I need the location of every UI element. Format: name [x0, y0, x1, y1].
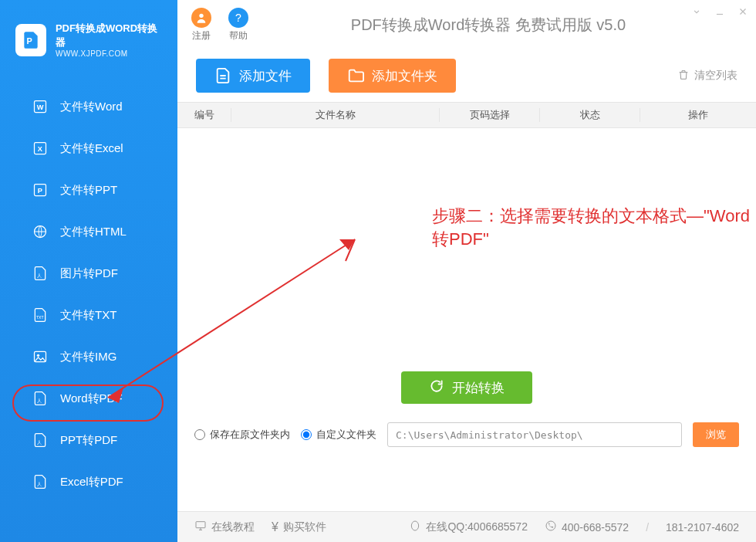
txt-icon: TXT — [32, 307, 48, 323]
col-action: 操作 — [640, 108, 756, 122]
toolbar: 添加文件 添加文件夹 清空列表 — [177, 49, 756, 102]
svg-point-18 — [546, 521, 555, 530]
qq-icon — [409, 520, 421, 534]
logo-subtitle: WWW.XJPDF.COM — [56, 49, 162, 58]
sidebar-item-ppt[interactable]: P文件转PPT — [0, 169, 177, 211]
svg-text:TXT: TXT — [36, 315, 43, 320]
logo: P PDF转换成WORD转换器 WWW.XJPDF.COM — [0, 0, 177, 75]
svg-text:人: 人 — [37, 482, 42, 486]
sidebar-item-html[interactable]: 文件转HTML — [0, 211, 177, 252]
convert-row: 开始转换 — [177, 360, 756, 415]
svg-text:P: P — [38, 187, 42, 195]
phone-contact[interactable]: 400-668-5572 — [545, 520, 629, 534]
svg-text:人: 人 — [37, 440, 42, 445]
browse-button[interactable]: 浏览 — [693, 422, 739, 447]
topbar: 注册 ? 帮助 PDF转换成Word转换器 免费试用版 v5.0 — [177, 0, 756, 49]
col-pages: 页码选择 — [440, 108, 540, 122]
sidebar-item-label: 文件转PPT — [60, 183, 117, 198]
radio-original-folder[interactable]: 保存在原文件夹内 — [194, 428, 290, 442]
app-title: PDF转换成Word转换器 免费试用版 v5.0 — [265, 15, 711, 36]
radio-custom-folder[interactable]: 自定义文件夹 — [301, 428, 376, 442]
separator: / — [646, 521, 649, 534]
word-icon: W — [32, 99, 48, 114]
sidebar: P PDF转换成WORD转换器 WWW.XJPDF.COM W文件转Word X… — [0, 0, 177, 542]
add-file-button[interactable]: 添加文件 — [196, 59, 310, 93]
qq-contact[interactable]: 在线QQ:4006685572 — [409, 520, 528, 534]
save-path-input[interactable] — [387, 422, 682, 447]
close-icon[interactable] — [737, 6, 748, 19]
help-label: 帮助 — [229, 29, 248, 42]
sidebar-item-label: 文件转TXT — [60, 308, 116, 323]
col-filename: 文件名称 — [231, 108, 440, 122]
sidebar-menu: W文件转Word X文件转Excel P文件转PPT 文件转HTML 人图片转P… — [0, 75, 177, 503]
sidebar-item-excel2pdf[interactable]: 人Excel转PDF — [0, 461, 177, 503]
table-body — [177, 128, 756, 360]
sidebar-item-label: PPT转PDF — [60, 433, 117, 448]
col-status: 状态 — [540, 108, 640, 122]
svg-text:人: 人 — [37, 273, 42, 278]
add-folder-label: 添加文件夹 — [372, 67, 437, 85]
sidebar-item-label: 图片转PDF — [60, 266, 118, 281]
sidebar-item-label: 文件转IMG — [60, 350, 116, 364]
help-icon: ? — [228, 8, 248, 28]
pdf-icon: 人 — [32, 391, 48, 406]
help-button[interactable]: ? 帮助 — [228, 8, 248, 42]
buy-link[interactable]: ¥购买软件 — [272, 520, 326, 534]
sidebar-item-label: 文件转Word — [60, 100, 123, 114]
logo-title: PDF转换成WORD转换器 — [56, 22, 162, 49]
window-controls — [691, 6, 748, 19]
sidebar-item-label: 文件转Excel — [60, 141, 123, 156]
sidebar-item-word[interactable]: W文件转Word — [0, 86, 177, 127]
svg-text:人: 人 — [37, 398, 42, 403]
user-icon — [191, 8, 211, 28]
sidebar-item-excel[interactable]: X文件转Excel — [0, 127, 177, 169]
clear-list-button[interactable]: 清空列表 — [677, 69, 737, 83]
register-button[interactable]: 注册 — [191, 8, 211, 42]
table-header: 编号 文件名称 页码选择 状态 操作 — [177, 102, 756, 128]
sidebar-item-img[interactable]: 文件转IMG — [0, 336, 177, 378]
globe-icon — [32, 224, 48, 239]
logo-icon: P — [15, 24, 46, 56]
sidebar-item-label: Word转PDF — [60, 391, 123, 406]
svg-text:X: X — [38, 145, 43, 153]
sidebar-item-label: 文件转HTML — [60, 225, 127, 239]
add-file-label: 添加文件 — [239, 67, 292, 85]
file-icon — [214, 67, 231, 84]
col-index: 编号 — [177, 108, 231, 122]
clear-list-label: 清空列表 — [694, 69, 737, 83]
sidebar-item-label: Excel转PDF — [60, 475, 123, 489]
phone2: 181-2107-4602 — [666, 521, 739, 534]
svg-text:P: P — [27, 36, 32, 46]
pdf-icon: 人 — [32, 266, 48, 281]
footer: 在线教程 ¥购买软件 在线QQ:4006685572 400-668-5572 … — [177, 511, 756, 542]
svg-rect-16 — [196, 522, 205, 528]
start-convert-label: 开始转换 — [452, 379, 505, 397]
pdf-icon: 人 — [32, 432, 48, 448]
main-panel: 注册 ? 帮助 PDF转换成Word转换器 免费试用版 v5.0 添加文件 添加… — [177, 0, 756, 542]
minimize-icon[interactable] — [714, 6, 725, 19]
svg-text:W: W — [37, 103, 44, 111]
image-icon — [32, 349, 48, 364]
yen-icon: ¥ — [272, 520, 278, 534]
start-convert-button[interactable]: 开始转换 — [401, 371, 532, 404]
add-folder-button[interactable]: 添加文件夹 — [329, 59, 456, 93]
register-label: 注册 — [192, 29, 211, 42]
save-options: 保存在原文件夹内 自定义文件夹 浏览 — [177, 415, 756, 454]
sidebar-item-word2pdf[interactable]: 人Word转PDF — [0, 378, 177, 419]
sidebar-item-ppt2pdf[interactable]: 人PPT转PDF — [0, 419, 177, 461]
sidebar-item-img2pdf[interactable]: 人图片转PDF — [0, 252, 177, 294]
tutorial-link[interactable]: 在线教程 — [194, 520, 255, 534]
svg-point-15 — [199, 13, 203, 17]
sidebar-item-txt[interactable]: TXT文件转TXT — [0, 294, 177, 336]
pdf-icon: 人 — [32, 474, 48, 489]
trash-icon — [677, 69, 690, 83]
phone-icon — [545, 520, 557, 534]
folder-icon — [347, 67, 364, 84]
monitor-icon — [194, 520, 207, 534]
svg-point-11 — [37, 354, 39, 357]
excel-icon: X — [32, 141, 48, 156]
dropdown-icon[interactable] — [691, 6, 702, 19]
refresh-icon — [429, 378, 444, 398]
svg-point-17 — [412, 521, 419, 530]
ppt-icon: P — [32, 182, 48, 198]
